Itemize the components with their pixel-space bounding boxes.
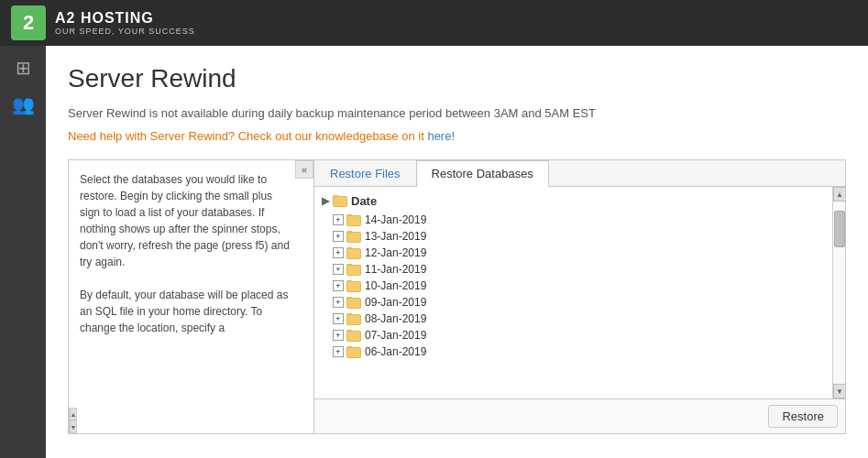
date-label-1: 14-Jan-2019: [365, 213, 426, 226]
tab-restore-files[interactable]: Restore Files: [314, 160, 416, 186]
date-label-5: 10-Jan-2019: [365, 279, 426, 292]
expand-icon-6[interactable]: +: [333, 297, 344, 308]
content-area: Server Rewind Server Rewind is not avail…: [46, 46, 868, 458]
tree-pane: Restore Files Restore Databases ▶: [314, 160, 845, 433]
date-label-8: 07-Jan-2019: [365, 329, 426, 342]
tree-row[interactable]: + 08-Jan-2019: [314, 311, 832, 327]
expand-icon-9[interactable]: +: [333, 346, 344, 357]
collapse-button[interactable]: «: [295, 160, 313, 179]
instructions-scrollbar[interactable]: ▲ ▼: [69, 408, 76, 433]
date-label-7: 08-Jan-2019: [365, 312, 426, 325]
tree-scroll-up[interactable]: ▲: [833, 187, 845, 202]
tree-row[interactable]: + 13-Jan-2019: [314, 228, 832, 245]
date-label-2: 13-Jan-2019: [365, 230, 426, 243]
tree-header-label: Date: [351, 194, 377, 208]
tab-restore-databases[interactable]: Restore Databases: [416, 160, 549, 187]
folder-icon-2: [346, 231, 361, 243]
brand-name: A2 HOSTING: [55, 10, 195, 27]
brand-text: A2 HOSTING OUR SPEED, YOUR SUCCESS: [55, 10, 195, 36]
expand-icon-8[interactable]: +: [333, 330, 344, 341]
bottom-bar: Restore: [314, 398, 845, 433]
folder-icon-9: [346, 346, 361, 358]
expand-icon-1[interactable]: +: [333, 214, 344, 225]
logo-icon: 2: [11, 5, 46, 40]
tree-row[interactable]: + 09-Jan-2019: [314, 294, 832, 311]
scroll-down-button[interactable]: ▼: [70, 420, 77, 433]
brand-tagline: OUR SPEED, YOUR SUCCESS: [55, 27, 195, 36]
tree-area: ▶ Date +: [314, 187, 845, 398]
header: 2 A2 HOSTING OUR SPEED, YOUR SUCCESS: [0, 0, 868, 46]
tree-row[interactable]: + 12-Jan-2019: [314, 245, 832, 261]
header-expand-icon: ▶: [322, 195, 329, 207]
instructions-text: Select the databases you would like to r…: [80, 173, 290, 334]
tree-row[interactable]: + 11-Jan-2019: [314, 261, 832, 278]
help-text: Need help with Server Rewind? Check out …: [68, 129, 846, 143]
scroll-up-button[interactable]: ▲: [70, 408, 77, 420]
help-link[interactable]: here!: [427, 129, 455, 143]
tree-scroll-down[interactable]: ▼: [833, 384, 845, 398]
tree-row[interactable]: + 10-Jan-2019: [314, 278, 832, 294]
folder-icon-3: [346, 247, 361, 259]
main-panel: « Select the databases you would like to…: [68, 159, 846, 434]
restore-button[interactable]: Restore: [768, 405, 838, 428]
folder-icon-4: [346, 264, 361, 276]
date-label-6: 09-Jan-2019: [365, 296, 426, 309]
folder-icon-1: [346, 214, 361, 226]
tree-scrollbar[interactable]: ▲ ▼: [832, 187, 845, 398]
tree-scroll-track: [833, 202, 845, 384]
expand-icon-5[interactable]: +: [333, 280, 344, 291]
header-folder-icon: [333, 195, 347, 207]
main-layout: ⊞ 👥 Server Rewind Server Rewind is not a…: [0, 46, 868, 458]
tree-row[interactable]: + 07-Jan-2019: [314, 327, 832, 344]
tree-content: ▶ Date +: [314, 187, 832, 398]
instructions-content: Select the databases you would like to r…: [69, 160, 313, 408]
date-label-3: 12-Jan-2019: [365, 246, 426, 259]
expand-icon-2[interactable]: +: [333, 231, 344, 242]
tree-scroll-thumb[interactable]: [834, 211, 845, 247]
date-label-9: 06-Jan-2019: [365, 345, 426, 358]
tab-bar: Restore Files Restore Databases: [314, 160, 845, 187]
date-label-4: 11-Jan-2019: [365, 263, 426, 276]
tree-row[interactable]: + 14-Jan-2019: [314, 212, 832, 228]
folder-icon-8: [346, 330, 361, 342]
folder-icon-6: [346, 297, 361, 309]
sidebar-grid-icon[interactable]: ⊞: [16, 57, 31, 79]
info-text: Server Rewind is not available during da…: [68, 106, 846, 120]
instructions-pane: « Select the databases you would like to…: [69, 160, 314, 433]
folder-icon-5: [346, 280, 361, 292]
page-title: Server Rewind: [68, 64, 846, 93]
tree-row[interactable]: + 06-Jan-2019: [314, 344, 832, 360]
sidebar-users-icon[interactable]: 👥: [12, 93, 35, 115]
folder-icon-7: [346, 313, 361, 325]
sidebar: ⊞ 👥: [0, 46, 46, 458]
expand-icon-7[interactable]: +: [333, 313, 344, 324]
expand-icon-3[interactable]: +: [333, 247, 344, 258]
expand-icon-4[interactable]: +: [333, 264, 344, 275]
tree-header: ▶ Date: [314, 191, 832, 212]
